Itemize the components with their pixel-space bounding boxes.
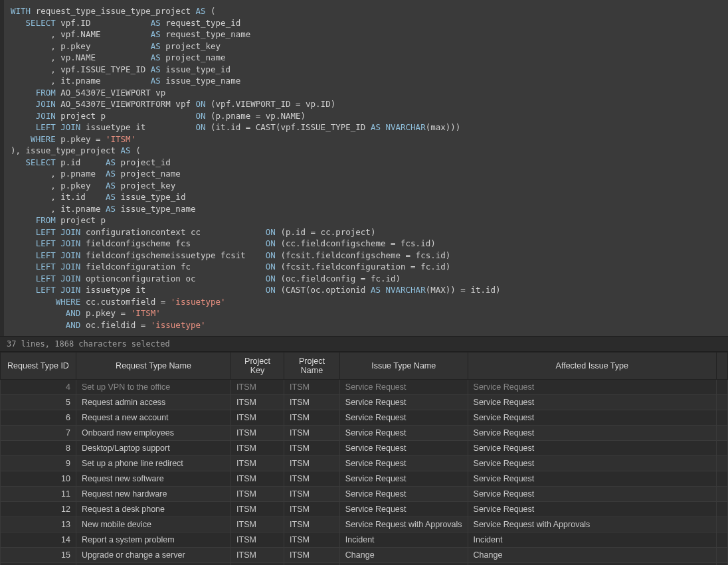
cell-request-type-name[interactable]: Request a new account <box>76 410 230 426</box>
col-header-issue-type-name[interactable]: Issue Type Name <box>339 353 468 380</box>
cell-project-name[interactable]: ITSM <box>284 502 340 517</box>
table-row[interactable]: 12Request a desk phoneITSMITSMService Re… <box>1 502 728 517</box>
cell-project-key[interactable]: ITSM <box>231 426 284 441</box>
cell-affected-issue-type[interactable]: Service Request <box>468 441 716 456</box>
col-header-request-type-id[interactable]: Request Type ID <box>1 353 76 380</box>
table-row[interactable]: 5Request admin accessITSMITSMService Req… <box>1 395 728 410</box>
cell-project-name[interactable]: ITSM <box>284 426 340 441</box>
cell-project-key[interactable]: ITSM <box>231 456 284 471</box>
cell-request-type-id[interactable]: 7 <box>1 426 76 441</box>
col-header-project-name[interactable]: Project Name <box>284 353 340 380</box>
cell-project-name[interactable]: ITSM <box>284 380 340 395</box>
cell-request-type-id[interactable]: 13 <box>1 517 76 532</box>
cell-issue-type-name[interactable]: Change <box>339 563 468 566</box>
cell-request-type-name[interactable]: Request new hardware <box>76 487 230 502</box>
col-header-project-key[interactable]: Project Key <box>231 353 284 380</box>
cell-issue-type-name[interactable]: Service Request <box>339 441 468 456</box>
cell-request-type-id[interactable]: 16 <box>1 563 76 566</box>
cell-request-type-id[interactable]: 6 <box>1 410 76 426</box>
cell-request-type-name[interactable]: Onboard new employees <box>76 426 230 441</box>
cell-request-type-id[interactable]: 10 <box>1 471 76 487</box>
cell-request-type-name[interactable]: Upgrade or change a managed system <box>76 563 230 566</box>
table-row[interactable]: 8Desktop/Laptop supportITSMITSMService R… <box>1 441 728 456</box>
cell-project-key[interactable]: ITSM <box>231 548 284 563</box>
cell-request-type-id[interactable]: 4 <box>1 380 76 395</box>
cell-project-name[interactable]: ITSM <box>284 517 340 532</box>
cell-affected-issue-type[interactable]: Service Request with Approvals <box>468 517 716 532</box>
cell-issue-type-name[interactable]: Service Request with Approvals <box>339 517 468 532</box>
cell-issue-type-name[interactable]: Service Request <box>339 380 468 395</box>
col-header-request-type-name[interactable]: Request Type Name <box>76 353 230 380</box>
cell-issue-type-name[interactable]: Service Request <box>339 471 468 487</box>
cell-affected-issue-type[interactable]: Service Request <box>468 380 716 395</box>
cell-request-type-name[interactable]: Request admin access <box>76 395 230 410</box>
cell-project-key[interactable]: ITSM <box>231 441 284 456</box>
cell-affected-issue-type[interactable]: Service Request <box>468 471 716 487</box>
status-bar: 37 lines, 1868 characters selected <box>0 336 728 352</box>
cell-request-type-name[interactable]: Upgrade or change a server <box>76 548 230 563</box>
table-row[interactable]: 11Request new hardwareITSMITSMService Re… <box>1 487 728 502</box>
cell-affected-issue-type[interactable]: Service Request <box>468 395 716 410</box>
cell-request-type-id[interactable]: 11 <box>1 487 76 502</box>
cell-affected-issue-type[interactable]: Change <box>468 548 716 563</box>
cell-project-name[interactable]: ITSM <box>284 456 340 471</box>
col-header-affected-issue-type[interactable]: Affected Issue Type <box>468 353 716 380</box>
cell-issue-type-name[interactable]: Service Request <box>339 502 468 517</box>
cell-affected-issue-type[interactable]: Incident <box>468 532 716 548</box>
cell-issue-type-name[interactable]: Service Request <box>339 426 468 441</box>
cell-project-key[interactable]: ITSM <box>231 563 284 566</box>
cell-project-name[interactable]: ITSM <box>284 563 340 566</box>
table-row[interactable]: 14Report a system problemITSMITSMInciden… <box>1 532 728 548</box>
cell-affected-issue-type[interactable]: Service Request <box>468 426 716 441</box>
sql-editor[interactable]: WITH request_type_issue_type_project AS … <box>0 0 728 336</box>
cell-project-name[interactable]: ITSM <box>284 487 340 502</box>
table-row[interactable]: 13New mobile deviceITSMITSMService Reque… <box>1 517 728 532</box>
cell-request-type-name[interactable]: Report a system problem <box>76 532 230 548</box>
cell-request-type-id[interactable]: 5 <box>1 395 76 410</box>
cell-request-type-name[interactable]: Request new software <box>76 471 230 487</box>
cell-affected-issue-type[interactable]: Service Request <box>468 456 716 471</box>
cell-request-type-id[interactable]: 8 <box>1 441 76 456</box>
cell-request-type-name[interactable]: New mobile device <box>76 517 230 532</box>
cell-affected-issue-type[interactable]: Change <box>468 563 716 566</box>
cell-project-key[interactable]: ITSM <box>231 471 284 487</box>
table-row[interactable]: 9Set up a phone line redirectITSMITSMSer… <box>1 456 728 471</box>
cell-request-type-id[interactable]: 15 <box>1 548 76 563</box>
table-row[interactable]: 4Set up VPN to the officeITSMITSMService… <box>1 380 728 395</box>
cell-project-name[interactable]: ITSM <box>284 395 340 410</box>
results-table[interactable]: Request Type ID Request Type Name Projec… <box>0 352 728 565</box>
cell-request-type-id[interactable]: 12 <box>1 502 76 517</box>
table-row[interactable]: 10Request new softwareITSMITSMService Re… <box>1 471 728 487</box>
cell-request-type-name[interactable]: Set up VPN to the office <box>76 380 230 395</box>
cell-issue-type-name[interactable]: Service Request <box>339 410 468 426</box>
cell-project-name[interactable]: ITSM <box>284 532 340 548</box>
cell-project-key[interactable]: ITSM <box>231 487 284 502</box>
cell-project-key[interactable]: ITSM <box>231 532 284 548</box>
cell-project-key[interactable]: ITSM <box>231 517 284 532</box>
cell-project-name[interactable]: ITSM <box>284 548 340 563</box>
cell-request-type-name[interactable]: Desktop/Laptop support <box>76 441 230 456</box>
table-row[interactable]: 15Upgrade or change a serverITSMITSMChan… <box>1 548 728 563</box>
cell-affected-issue-type[interactable]: Service Request <box>468 410 716 426</box>
cell-issue-type-name[interactable]: Service Request <box>339 456 468 471</box>
cell-affected-issue-type[interactable]: Service Request <box>468 487 716 502</box>
cell-project-name[interactable]: ITSM <box>284 441 340 456</box>
cell-request-type-id[interactable]: 9 <box>1 456 76 471</box>
table-row[interactable]: 6Request a new accountITSMITSMService Re… <box>1 410 728 426</box>
cell-project-key[interactable]: ITSM <box>231 380 284 395</box>
cell-issue-type-name[interactable]: Service Request <box>339 395 468 410</box>
table-row[interactable]: 16Upgrade or change a managed systemITSM… <box>1 563 728 566</box>
cell-issue-type-name[interactable]: Incident <box>339 532 468 548</box>
cell-project-key[interactable]: ITSM <box>231 410 284 426</box>
cell-project-key[interactable]: ITSM <box>231 395 284 410</box>
table-row[interactable]: 7Onboard new employeesITSMITSMService Re… <box>1 426 728 441</box>
cell-project-name[interactable]: ITSM <box>284 410 340 426</box>
cell-issue-type-name[interactable]: Service Request <box>339 487 468 502</box>
cell-affected-issue-type[interactable]: Service Request <box>468 502 716 517</box>
cell-request-type-id[interactable]: 14 <box>1 532 76 548</box>
cell-request-type-name[interactable]: Set up a phone line redirect <box>76 456 230 471</box>
cell-project-name[interactable]: ITSM <box>284 471 340 487</box>
cell-request-type-name[interactable]: Request a desk phone <box>76 502 230 517</box>
cell-issue-type-name[interactable]: Change <box>339 548 468 563</box>
cell-project-key[interactable]: ITSM <box>231 502 284 517</box>
